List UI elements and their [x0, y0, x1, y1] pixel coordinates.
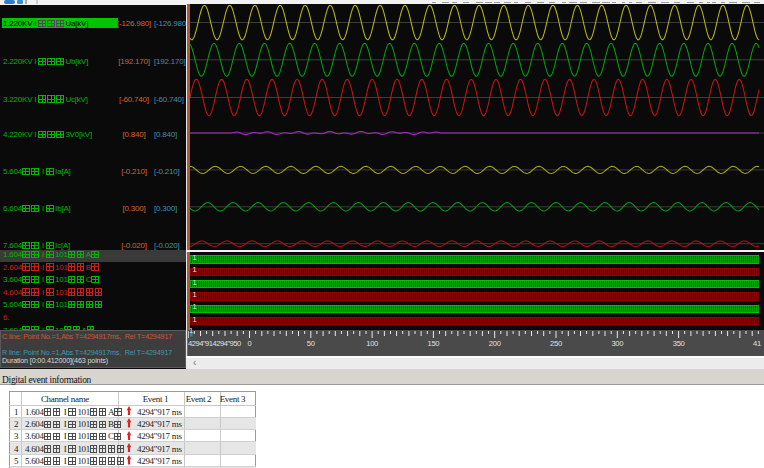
svg-text:200: 200 [489, 339, 501, 348]
svg-text:100: 100 [366, 339, 378, 348]
svg-text:4294"914294"950: 4294"914294"950 [188, 339, 241, 348]
svg-text:150: 150 [428, 339, 440, 348]
svg-text:250: 250 [550, 339, 562, 348]
svg-text:41: 41 [753, 339, 761, 348]
svg-text:0: 0 [248, 339, 252, 348]
svg-text:300: 300 [611, 339, 623, 348]
svg-text:350: 350 [673, 339, 685, 348]
svg-text:50: 50 [307, 339, 315, 348]
